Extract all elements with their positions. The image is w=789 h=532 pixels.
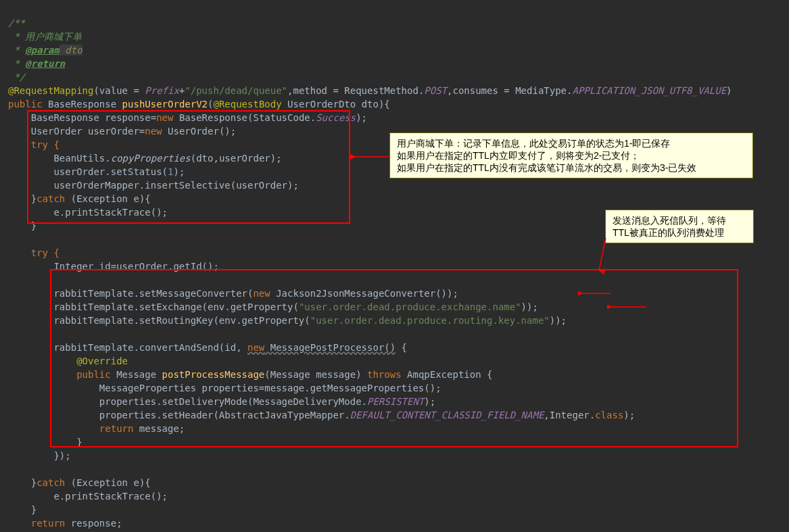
callout2-line2: TTL被真正的队列消费处理 [613,226,746,239]
l5b: ); [173,166,185,177]
return-type: BaseResponse [43,99,122,110]
ann-p4: ,consumes = MediaType. [447,85,572,96]
routing-key-str: "user.order.dead.produce.routing.key.nam… [310,315,550,326]
l20d: AmqpException { [402,369,493,380]
try-kw: try { [8,139,59,150]
l29: e.printStackTrace(); [8,491,168,502]
method-name: pushUserOrderV2 [122,99,208,110]
callout1-line2: 如果用户在指定的TTL内立即支付了，则将变为2-已支付； [397,149,746,162]
l2-new: new [145,126,162,137]
l18b: MessagePostProcessor() [264,342,396,353]
try2-kw: try { [8,247,59,258]
l5a: userOrder.setStatus( [8,166,168,177]
request-mapping-annotation: @RequestMapping [8,85,93,96]
l14a: rabbitTemplate.setMessageConverter( [8,288,253,299]
l1c: ); [356,112,367,123]
callout1-line3: 如果用户在指定的TTL内没有完成该笔订单流水的交易，则变为3-已失效 [397,162,746,174]
doc-close: */ [8,72,25,82]
kw-public: public [8,99,43,110]
doc-l3-prefix: * [8,58,25,69]
callout-box-2: 发送消息入死信队列，等待 TTL被真正的队列消费处理 [605,210,754,243]
l2a: UserOrder userOrder= [8,126,145,137]
doc-l1: * 用户商城下单 [8,31,82,42]
l6: userOrderMapper.insertSelective(userOrde… [8,180,299,191]
l28a: } [8,477,37,488]
l15a: rabbitTemplate.setExchange(env.getProper… [8,301,299,312]
l12: Integer id=userOrder.getId(); [8,261,219,272]
doc-l2-prefix: * [8,45,25,55]
prefix-field: Prefix [145,85,179,96]
l20a: public [8,369,111,380]
l18a: rabbitTemplate.convertAndSend(id, [8,342,247,353]
l4b: (dto,userOrder); [191,153,282,164]
l2b: UserOrder(); [162,126,237,137]
l31b: response; [65,518,122,529]
l23d: ); [623,410,635,420]
l14-new: new [253,288,270,299]
default-classid: DEFAULT_CONTENT_CLASSID_FIELD_NAME [350,410,544,420]
status-success: Success [316,112,356,123]
l16b: )); [550,315,567,326]
l15b: )); [521,301,538,312]
l7a: } [8,193,37,204]
l18c: { [396,342,407,353]
callout2-line1: 发送消息入死信队列，等待 [613,214,746,226]
copy-properties-call: copyProperties [111,153,191,164]
l23b: ,Integer. [544,410,595,420]
l21: MessageProperties properties=message.get… [8,383,441,393]
override-annotation: @Override [8,356,128,366]
l18-new: new [247,342,264,353]
l28b: (Exception e){ [65,477,150,488]
url-string: "/push/dead/queue" [185,85,287,96]
class-kw: class [595,410,623,420]
l16a: rabbitTemplate.setRoutingKey(env.getProp… [8,315,310,326]
l22a: properties.setDeliveryMode(MessageDelive… [8,396,367,407]
exchange-str: "user.order.dead.produce.exchange.name" [299,301,521,312]
doc-tag-param: @param [25,45,59,55]
l25: } [8,437,82,448]
doc-tag-return: @return [25,58,65,69]
l8: e.printStackTrace(); [8,207,168,218]
catch-kw: catch [37,193,65,204]
l4a: BeanUtils. [8,153,111,164]
l1b: BaseResponse(StatusCode. [173,112,316,123]
code-editor[interactable]: /** * 用户商城下单 * @param dto * @return */ @… [0,0,789,532]
throws-kw: throws [367,369,402,380]
l7b: (Exception e){ [65,193,150,204]
post-process-name: postProcessMessage [162,369,265,380]
ann-p3: ,method = RequestMethod. [287,85,424,96]
consumes-value: APPLICATION_JSON_UTF8_VALUE [572,85,726,96]
l1a: BaseResponse response= [8,112,156,123]
method-post: POST [424,85,447,96]
l1-new: new [156,112,173,123]
l9: } [8,220,37,231]
doc-open: /** [8,18,25,28]
l23a: properties.setHeader(AbstractJavaTypeMap… [8,410,350,420]
l26: }); [8,450,71,461]
l14b: Jackson2JsonMessageConverter()); [270,288,458,299]
return-kw: return [8,423,133,434]
l20c: (Message message) [264,369,367,380]
sig-param: UserOrderDto dto){ [282,99,390,110]
ann-p1: (value = [93,85,145,96]
l30: } [8,504,37,515]
return-resp-kw: return [8,518,65,529]
l24b: message; [133,423,185,434]
callout1-line1: 用户商城下单：记录下单信息，此处交易订单的状态为1-即已保存 [397,137,746,149]
l20b: Message [111,369,162,380]
ann-p5: ) [726,85,732,96]
persistent: PERSISTENT [367,396,424,407]
request-body-annotation: @RequestBody [213,99,281,110]
catch2-kw: catch [37,477,65,488]
doc-param-name: dto [59,45,82,55]
callout-box-1: 用户商城下单：记录下单信息，此处交易订单的状态为1-即已保存 如果用户在指定的T… [389,132,753,178]
l22b: ); [424,396,435,407]
